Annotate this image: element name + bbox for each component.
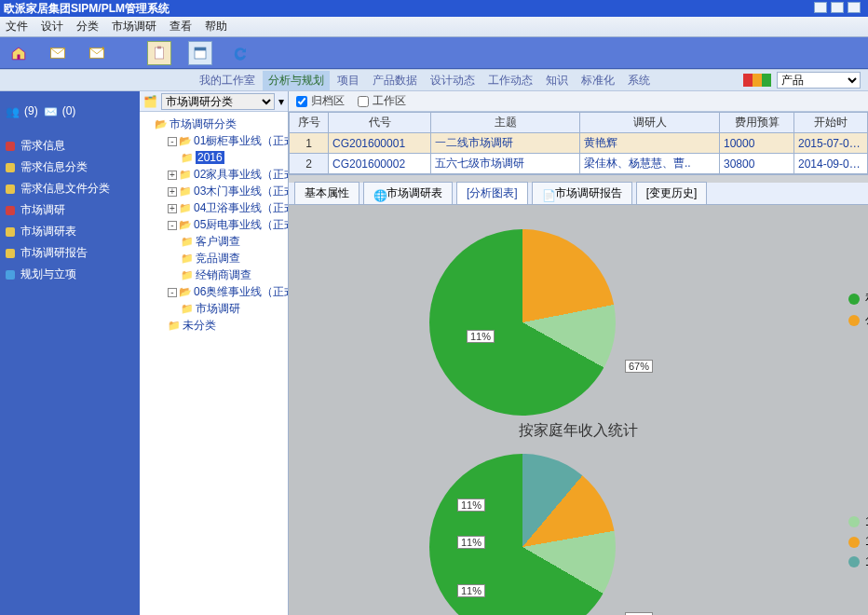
tab-basic[interactable]: 基本属性 [294, 182, 359, 204]
tab-history[interactable]: [变更历史] [636, 182, 708, 204]
chart-2: 67% 11% 11% 11% 11w 10-15万 10w 按户型统计 [318, 454, 839, 615]
sidebar-item[interactable]: 规划与立项 [6, 266, 134, 282]
nav-project[interactable]: 项目 [332, 71, 365, 90]
tree-toggle[interactable]: + [168, 171, 177, 180]
cell-idx: 1 [290, 133, 329, 154]
clipboard-icon[interactable] [147, 41, 171, 65]
people-icon: 👥 [6, 105, 19, 116]
th-person[interactable]: 调研人 [580, 113, 720, 133]
sidebar-item-label: 规划与立项 [20, 266, 76, 282]
product-select[interactable]: 产品 [777, 72, 861, 89]
menu-file[interactable]: 文件 [6, 19, 28, 34]
th-budget[interactable]: 费用预算 [720, 113, 794, 133]
sidebar-item[interactable]: 市场调研 [6, 202, 134, 218]
table-row[interactable]: 1 CG201600001 一二线市场调研 黄艳辉 10000 2015-07-… [290, 133, 868, 154]
menu-help[interactable]: 帮助 [205, 19, 227, 34]
toolbar [0, 37, 868, 69]
chart-legend-2: 11w 10-15万 10w [848, 510, 868, 574]
sidebar-item-label: 需求信息 [20, 138, 65, 154]
tree-node[interactable]: 02家具事业线（正式 [179, 168, 288, 181]
svg-rect-3 [155, 48, 163, 59]
tab-survey[interactable]: 🌐市场调研表 [363, 182, 453, 204]
data-table: 序号 代号 主题 调研人 费用预算 开始时 1 CG201600001 一二线市… [289, 112, 868, 175]
workarea-label: 工作区 [373, 93, 406, 109]
nav-standard[interactable]: 标准化 [576, 71, 620, 90]
cell-code: CG201600002 [329, 154, 431, 174]
window-grip [814, 2, 861, 13]
tree-node[interactable]: 05厨电事业线（正式 [179, 218, 288, 231]
menu-view[interactable]: 查看 [170, 19, 192, 34]
sidebar-item-label: 市场调研表 [20, 224, 76, 239]
tree-toggle[interactable]: + [168, 204, 177, 213]
tab-chart[interactable]: [分析图表] [456, 182, 528, 204]
mail-icon[interactable] [47, 43, 69, 63]
refresh-icon[interactable] [229, 43, 251, 63]
cell-budget: 10000 [720, 133, 794, 154]
tree-node[interactable]: 06奥维事业线（正式 [179, 285, 288, 298]
tree-leaf[interactable]: 市场调研 [181, 302, 240, 315]
chart-area[interactable]: 67% 11% 私用业主 公务员 按家庭年收入统计 67% 11% 11% 11… [289, 205, 868, 615]
svg-rect-4 [157, 46, 161, 48]
tree-icon: 🗂️ [143, 95, 157, 108]
tree[interactable]: 市场调研分类 -01橱柜事业线（正式 2016 +02家具事业线（正式 +03木… [140, 112, 288, 615]
archive-label: 归档区 [311, 93, 345, 109]
nav-work[interactable]: 工作动态 [482, 71, 538, 90]
tree-toggle[interactable]: - [168, 221, 177, 230]
window-icon[interactable] [188, 41, 212, 65]
tab-report[interactable]: 📄市场调研报告 [532, 182, 632, 204]
home-icon[interactable] [7, 43, 30, 63]
tree-leaf[interactable]: 竞品调查 [181, 252, 240, 265]
tree-leaf-label[interactable]: 2016 [196, 151, 224, 164]
tree-toggle[interactable]: + [168, 187, 177, 197]
nav-design[interactable]: 设计动态 [425, 71, 481, 90]
sidebar-item[interactable]: 需求信息文件分类 [6, 181, 134, 197]
th-idx[interactable]: 序号 [290, 113, 329, 133]
tree-root[interactable]: 市场调研分类 [155, 117, 237, 130]
mail-down-icon[interactable] [86, 43, 108, 63]
tree-node[interactable]: 未分类 [168, 319, 216, 332]
tree-leaf[interactable] [181, 151, 196, 164]
svg-rect-0 [18, 54, 20, 59]
cell-person: 梁佳林、杨慧慧、曹.. [580, 154, 720, 174]
pie-label: 67% [625, 360, 653, 373]
status-row: 👥 (9) ✉️ (0) [6, 104, 134, 117]
cell-idx: 2 [290, 154, 329, 174]
tree-leaf[interactable]: 客户调查 [181, 235, 240, 248]
sidebar-item-label: 市场调研 [20, 202, 65, 218]
mail-small-icon: ✉️ [44, 105, 57, 116]
th-code[interactable]: 代号 [329, 113, 431, 133]
tree-select[interactable]: 市场调研分类 [161, 93, 275, 110]
tree-leaf[interactable]: 经销商调查 [181, 268, 251, 281]
tree-node[interactable]: 01橱柜事业线（正式 [179, 134, 288, 147]
sidebar-item[interactable]: 需求信息 [6, 138, 134, 154]
sidebar-item[interactable]: 市场调研表 [6, 224, 134, 239]
archive-checkbox[interactable]: 归档区 [296, 93, 345, 109]
sidebar-item[interactable]: 需求信息分类 [6, 159, 134, 175]
cell-topic: 一二线市场调研 [431, 133, 580, 154]
th-start[interactable]: 开始时 [794, 113, 868, 133]
tree-toggle[interactable]: - [168, 288, 177, 297]
tree-node[interactable]: 04卫浴事业线（正式 [179, 201, 288, 214]
pie-label: 11% [457, 536, 485, 549]
sidebar-item[interactable]: 市场调研报告 [6, 245, 134, 261]
nav-system[interactable]: 系统 [622, 71, 656, 90]
sidebar-item-label: 市场调研报告 [20, 245, 88, 261]
tree-node[interactable]: 03木门事业线（正式 [179, 184, 288, 198]
menu-market[interactable]: 市场调研 [112, 19, 156, 34]
color-swatch [743, 74, 771, 87]
nav-knowledge[interactable]: 知识 [540, 71, 574, 90]
tree-toggle[interactable]: - [168, 137, 177, 146]
menu-category[interactable]: 分类 [76, 19, 99, 34]
th-topic[interactable]: 主题 [431, 113, 580, 133]
nav-workspace[interactable]: 我的工作室 [194, 71, 261, 90]
chevron-down-icon[interactable]: ▾ [278, 95, 284, 108]
chart-title-1: 按家庭年收入统计 [318, 421, 839, 441]
nav-analysis[interactable]: 分析与规划 [263, 71, 330, 90]
workarea-checkbox[interactable]: 工作区 [358, 93, 406, 109]
globe-icon: 🌐 [373, 189, 383, 198]
nav-items: 我的工作室 分析与规划 项目 产品数据 设计动态 工作动态 知识 标准化 系统 [194, 71, 656, 90]
table-row[interactable]: 2 CG201600002 五六七级市场调研 梁佳林、杨慧慧、曹.. 30800… [290, 154, 868, 174]
menu-design[interactable]: 设计 [41, 19, 63, 34]
nav-product[interactable]: 产品数据 [367, 71, 423, 90]
title-bar: 欧派家居集团SIPM/PLM管理系统 [0, 0, 868, 17]
